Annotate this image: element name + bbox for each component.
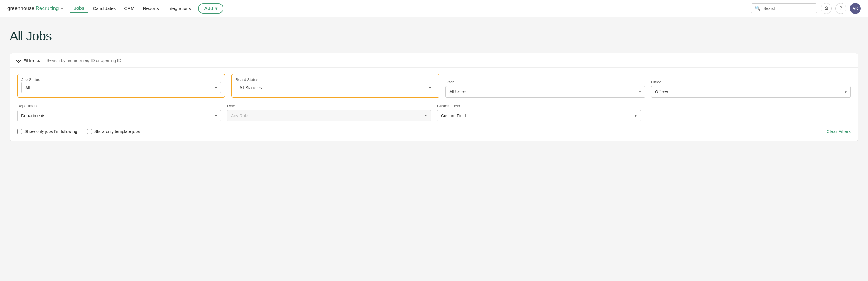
user-filter-group: User All Users [445, 80, 645, 98]
filter-search-input[interactable] [44, 58, 852, 63]
page-content: All Jobs ⛗ Filter ▲ Job Status All [0, 17, 868, 151]
brand-recruiting-text: Recruiting [36, 5, 59, 11]
role-select[interactable]: Any Role [227, 110, 431, 122]
add-button-label: Add [204, 6, 213, 11]
job-status-label: Job Status [22, 77, 221, 82]
show-following-label: Show only jobs I'm following [25, 129, 77, 134]
show-template-label: Show only template jobs [94, 129, 140, 134]
settings-icon: ⚙ [824, 5, 829, 11]
show-template-checkbox[interactable] [87, 129, 92, 134]
custom-field-select[interactable]: Custom Field [437, 110, 641, 122]
filter-toggle[interactable]: ⛗ Filter ▲ [16, 58, 40, 63]
filter-footer: Show only jobs I'm following Show only t… [17, 127, 851, 135]
board-status-wrapper: All Statuses Live Not Live [236, 82, 435, 93]
help-button[interactable]: ? [835, 3, 846, 14]
department-label: Department [17, 104, 221, 108]
search-icon: 🔍 [755, 5, 761, 11]
office-filter-group: Office Offices [651, 80, 851, 98]
nav-item-reports[interactable]: Reports [139, 4, 162, 13]
job-status-select[interactable]: All Open Closed Draft [22, 82, 221, 93]
search-input[interactable] [763, 6, 813, 11]
filter-header: ⛗ Filter ▲ [10, 54, 858, 68]
nav-item-crm[interactable]: CRM [121, 4, 138, 13]
search-box[interactable]: 🔍 [751, 3, 817, 13]
nav-item-candidates[interactable]: Candidates [89, 4, 119, 13]
navbar-right: 🔍 ⚙ ? AK [751, 3, 861, 14]
filter-row-1: Job Status All Open Closed Draft Board S… [17, 74, 851, 98]
brand[interactable]: greenhouse Recruiting ▾ [7, 5, 63, 11]
department-select[interactable]: Departments [17, 110, 221, 122]
role-label: Role [227, 104, 431, 108]
show-template-checkbox-label[interactable]: Show only template jobs [87, 129, 140, 134]
filter-chevron-icon: ▲ [37, 58, 40, 63]
show-following-checkbox-label[interactable]: Show only jobs I'm following [17, 129, 77, 134]
filter-funnel-icon: ⛗ [16, 58, 21, 63]
avatar-initials: AK [852, 6, 858, 10]
filter-label: Filter [23, 58, 34, 63]
avatar[interactable]: AK [850, 3, 861, 14]
page-title: All Jobs [10, 29, 858, 43]
board-status-label: Board Status [236, 77, 435, 82]
job-status-wrapper: All Open Closed Draft [22, 82, 221, 93]
role-filter-group: Role Any Role [227, 104, 431, 122]
main-nav: Jobs Candidates CRM Reports Integrations… [70, 3, 751, 13]
add-button-chevron-icon: ▾ [215, 6, 217, 11]
filter-panel: ⛗ Filter ▲ Job Status All Open Closed [10, 53, 858, 142]
user-label: User [445, 80, 645, 84]
user-wrapper: All Users [445, 86, 645, 98]
filter-row-2: Department Departments Role Any Role [17, 104, 851, 122]
office-wrapper: Offices [651, 86, 851, 98]
custom-field-filter-group: Custom Field Custom Field [437, 104, 641, 122]
user-select[interactable]: All Users [445, 86, 645, 98]
navbar: greenhouse Recruiting ▾ Jobs Candidates … [0, 0, 868, 17]
brand-dropdown-icon[interactable]: ▾ [61, 6, 63, 10]
department-wrapper: Departments [17, 110, 221, 122]
custom-field-wrapper: Custom Field [437, 110, 641, 122]
brand-greenhouse-text: greenhouse [7, 5, 34, 11]
board-status-select[interactable]: All Statuses Live Not Live [236, 82, 435, 93]
office-label: Office [651, 80, 851, 84]
settings-button[interactable]: ⚙ [821, 3, 832, 14]
nav-item-jobs[interactable]: Jobs [70, 4, 88, 13]
show-following-checkbox[interactable] [17, 129, 22, 134]
add-button[interactable]: Add ▾ [198, 3, 223, 13]
role-wrapper: Any Role [227, 110, 431, 122]
nav-item-integrations[interactable]: Integrations [164, 4, 194, 13]
department-filter-group: Department Departments [17, 104, 221, 122]
office-select[interactable]: Offices [651, 86, 851, 98]
filter-body: Job Status All Open Closed Draft Board S… [10, 68, 858, 141]
custom-field-label: Custom Field [437, 104, 641, 108]
help-icon: ? [840, 6, 842, 11]
clear-filters-button[interactable]: Clear Filters [826, 129, 851, 134]
